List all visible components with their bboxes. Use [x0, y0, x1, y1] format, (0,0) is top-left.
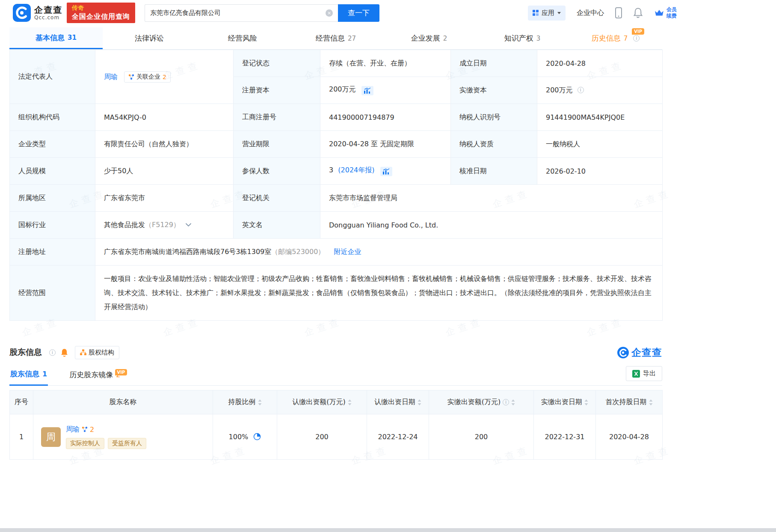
search-button[interactable]: 查一下: [338, 4, 379, 22]
tab-count: 1: [42, 370, 47, 378]
tab-intellectual-property[interactable]: 知识产权 3: [476, 27, 569, 49]
table-header-row: 序号 股东名称 持股比例 认缴出资额(万元) 认缴出资日期 实缴出资额(万元): [10, 390, 663, 414]
export-button[interactable]: 导出: [626, 366, 662, 381]
sort-icon[interactable]: [511, 399, 515, 405]
promo-line1: 传奇: [72, 4, 130, 12]
company-type-label: 企业类型: [10, 131, 95, 158]
ratio-cell: 100%: [213, 414, 277, 460]
insured-chart-button[interactable]: [380, 167, 392, 176]
biz-term-value: 2020-04-28 至 无固定期限: [320, 131, 451, 158]
avatar[interactable]: 周: [41, 427, 61, 447]
main-tabs: 基本信息 31 法律诉讼 经营风险 经营信息 27 企业发展 2 知识产权 3 …: [9, 27, 662, 50]
col-paid-date[interactable]: 实缴出资日期: [534, 390, 596, 414]
trend-chart-icon: [383, 168, 390, 174]
info-icon[interactable]: [49, 349, 56, 356]
shareholders-section-header: 股东信息 股权结构 企查查: [9, 345, 662, 360]
qcc-logo[interactable]: 企查查 Qcc.com: [13, 4, 62, 22]
tab-shareholders-history[interactable]: VIP 历史股东镜像 2: [68, 370, 121, 385]
insured-value: 3 (2024年报): [320, 158, 451, 185]
col-label: 实缴出资日期: [541, 398, 582, 407]
shareholder-name-cell: 周 周瑜 2 实际控制人: [33, 414, 213, 460]
notifications-bell-icon[interactable]: [633, 7, 643, 18]
col-ratio[interactable]: 持股比例: [213, 390, 277, 414]
table-row: 经营范围 一般项目：农业专业及辅助性活动；智能农业管理；初级农产品收购；牲畜销售…: [10, 266, 663, 321]
shareholder-link[interactable]: 周瑜: [66, 425, 80, 434]
biz-term-label: 营业期限: [234, 131, 320, 158]
col-name: 股东名称: [33, 390, 213, 414]
tag-beneficial-owner: 受益所有人: [108, 438, 146, 449]
col-label: 股东名称: [110, 398, 137, 406]
col-index: 序号: [10, 390, 33, 414]
header-right: 应用 企业中心 会员 续费: [528, 6, 677, 21]
tax-no-label: 纳税人识别号: [451, 104, 537, 131]
promo-badge[interactable]: 传奇 全国企业信用查询: [67, 3, 135, 23]
scope-label: 经营范围: [10, 266, 95, 321]
info-icon[interactable]: [633, 35, 640, 41]
tab-operation-risk[interactable]: 经营风险: [196, 27, 289, 49]
legal-rep-link[interactable]: 周瑜: [104, 72, 118, 80]
tab-history-info[interactable]: VIP 历史信息 7: [569, 27, 662, 49]
company-info-table: 法定代表人 周瑜 关联企业 2 登记状态 存续（在营、开业、在册） 成立日期 2…: [9, 50, 663, 321]
tab-enterprise-development[interactable]: 企业发展 2: [382, 27, 476, 49]
clear-search-icon[interactable]: ×: [326, 9, 333, 17]
sort-icon[interactable]: [584, 399, 588, 405]
annual-report-link[interactable]: (2024年报): [338, 166, 374, 174]
insured-label: 参保人数: [234, 158, 320, 185]
org-link-icon: [128, 74, 134, 80]
apps-menu[interactable]: 应用: [528, 6, 566, 21]
info-icon[interactable]: [578, 87, 584, 93]
sort-icon[interactable]: [649, 399, 653, 405]
search-input[interactable]: [150, 9, 326, 17]
paid-capital-value: 200万元: [537, 77, 663, 104]
tax-no-value: 91441900MA54KPJQ0E: [537, 104, 663, 131]
caret-down-icon: [557, 12, 561, 14]
promo-line2: 全国企业信用查询: [72, 12, 130, 21]
col-subscribed-date[interactable]: 认缴出资日期: [367, 390, 429, 414]
tab-legal-litigation[interactable]: 法律诉讼: [103, 27, 196, 49]
capital-chart-button[interactable]: [361, 86, 373, 95]
subscribed-date-cell: 2022-12-24: [367, 414, 429, 460]
approval-date-value: 2026-02-10: [537, 158, 663, 185]
mobile-app-icon[interactable]: [615, 7, 622, 18]
nearby-companies-link[interactable]: 附近企业: [334, 248, 361, 256]
tab-count: 7: [624, 35, 628, 42]
col-subscribed-amount[interactable]: 认缴出资额(万元): [277, 390, 367, 414]
site-header: 企查查 Qcc.com 传奇 全国企业信用查询 × 查一下 应用 企业中心: [9, 0, 677, 23]
related-count[interactable]: 2: [90, 426, 94, 434]
vip-renew-button[interactable]: 会员 续费: [654, 6, 677, 19]
tab-label: 股东信息: [10, 369, 39, 379]
chevron-down-icon[interactable]: [186, 223, 191, 227]
tab-label: 经营风险: [228, 33, 257, 43]
insured-count: 3: [329, 166, 333, 174]
reg-status-value: 存续（在营、开业、在册）: [320, 50, 451, 77]
export-label: 导出: [643, 369, 656, 378]
sort-icon[interactable]: [418, 399, 421, 405]
industry-code: （F5129）: [145, 221, 180, 229]
equity-structure-button[interactable]: 股权结构: [75, 346, 119, 359]
reg-capital-text: 200万元: [329, 85, 356, 93]
info-icon[interactable]: [503, 399, 509, 405]
tab-operation-info[interactable]: 经营信息 27: [289, 27, 382, 49]
col-paid-amount[interactable]: 实缴出资额(万元): [429, 390, 534, 414]
logo-subtitle: Qcc.com: [34, 15, 62, 21]
tab-basic-info[interactable]: 基本信息 31: [9, 27, 103, 49]
established-label: 成立日期: [451, 50, 537, 77]
pie-chart-icon[interactable]: [253, 433, 261, 440]
table-row: 人员规模 少于50人 参保人数 3 (2024年报) 核准日期 2026-02-…: [10, 158, 663, 185]
sort-icon[interactable]: [348, 399, 352, 405]
shareholders-title: 股东信息: [9, 347, 42, 358]
tab-label: 知识产权: [504, 33, 533, 43]
reg-capital-label: 注册资本: [234, 77, 320, 104]
reg-authority-label: 登记机关: [234, 185, 320, 212]
sort-icon[interactable]: [258, 399, 262, 405]
en-name-value: Dongguan Yiliang Food Co., Ltd.: [320, 212, 663, 239]
subscribe-bell-icon[interactable]: [60, 348, 68, 357]
related-companies-button[interactable]: 关联企业 2: [124, 71, 171, 83]
approval-date-label: 核准日期: [451, 158, 537, 185]
reg-authority-value: 东莞市市场监督管理局: [320, 185, 663, 212]
tab-shareholders-current[interactable]: 股东信息 1: [9, 369, 48, 386]
subscribed-amount-cell: 200: [277, 414, 367, 460]
col-first-date[interactable]: 首次持股日期: [596, 390, 663, 414]
tab-count: 31: [68, 34, 77, 41]
enterprise-center-link[interactable]: 企业中心: [577, 9, 604, 18]
